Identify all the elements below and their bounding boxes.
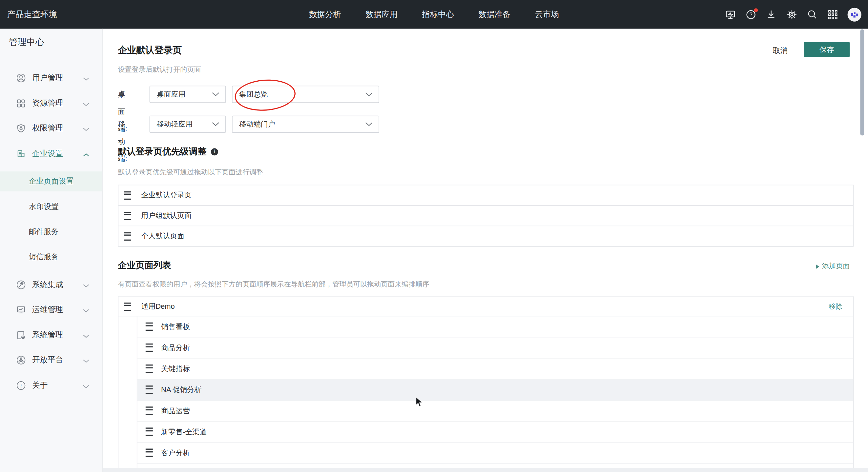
priority-row[interactable]: 个人默认页面 — [118, 226, 853, 246]
page-row-label: 客户分析 — [161, 448, 190, 458]
drag-handle-icon[interactable] — [146, 385, 153, 394]
page-row-label: 商品运营 — [161, 406, 190, 416]
chevron-down-icon — [83, 73, 89, 83]
nav-item-metric-center[interactable]: 指标中心 — [422, 9, 454, 20]
group-indent-gutter — [118, 316, 137, 470]
chevron-down-icon — [212, 93, 219, 96]
drag-handle-icon[interactable] — [146, 365, 153, 373]
ops-monitor-icon — [16, 305, 26, 315]
sidebar-item-system-integration[interactable]: 系统集成 — [0, 275, 102, 295]
page-row[interactable]: 销售看板 — [137, 316, 853, 337]
scrollbar-thumb[interactable] — [860, 29, 864, 135]
page-row[interactable]: 关键指标 — [137, 359, 853, 379]
sidebar-subitem-sms-service[interactable]: 短信服务 — [0, 247, 102, 267]
page-row[interactable]: 商品运营 — [137, 401, 853, 422]
sidebar-item-open-platform[interactable]: 开放平台 — [0, 350, 102, 370]
remove-group-button[interactable]: 移除 — [829, 302, 842, 311]
sidebar-subitem-mail-service[interactable]: 邮件服务 — [0, 222, 102, 242]
download-icon[interactable] — [766, 9, 777, 20]
page-row-label: 商品分析 — [161, 342, 190, 352]
select-value: 集团总览 — [239, 86, 268, 102]
sidebar-item-resource-management[interactable]: 资源管理 — [0, 93, 102, 113]
triangle-icon — [816, 264, 819, 269]
chevron-down-icon — [212, 122, 219, 126]
priority-section-title: 默认登录页优先级调整 — [118, 146, 218, 158]
save-button[interactable]: 保存 — [804, 42, 849, 57]
monitor-icon[interactable] — [725, 9, 736, 20]
mobile-app-select[interactable]: 移动轻应用 — [150, 116, 226, 133]
desktop-app-select[interactable]: 桌面应用 — [150, 86, 226, 103]
page-row[interactable]: 客户分析 — [137, 442, 853, 464]
add-page-button[interactable]: 添加页面 — [816, 262, 849, 271]
page-subtitle: 设置登录后默认打开的页面 — [118, 65, 201, 75]
section-title-text: 默认登录页优先级调整 — [118, 146, 206, 158]
sidebar-subitem-watermark-settings[interactable]: 水印设置 — [0, 197, 102, 217]
info-icon[interactable] — [211, 148, 218, 155]
select-value: 桌面应用 — [157, 86, 186, 102]
chevron-down-icon — [83, 280, 89, 290]
info-icon: i — [16, 380, 26, 391]
bottom-page-background — [103, 468, 868, 472]
drag-handle-icon[interactable] — [124, 302, 131, 310]
search-icon[interactable] — [807, 9, 818, 20]
page-row[interactable]: 新零售-全渠道 — [137, 422, 853, 442]
drag-handle-icon[interactable] — [124, 191, 131, 199]
priority-row[interactable]: 企业默认登录页 — [118, 185, 853, 205]
top-nav: 数据分析 数据应用 指标中心 数据准备 云市场 — [309, 0, 559, 29]
drag-handle-icon[interactable] — [146, 428, 153, 436]
nav-item-data-apps[interactable]: 数据应用 — [366, 9, 398, 20]
page-group-header[interactable]: 通用Demo 移除 — [118, 297, 853, 316]
nav-item-data-prep[interactable]: 数据准备 — [478, 9, 510, 20]
enterprise-building-icon — [16, 149, 26, 159]
section-title-text: 企业页面列表 — [118, 260, 171, 271]
settings-gear-icon[interactable] — [786, 9, 797, 20]
header-actions: ? — [725, 0, 862, 29]
page-group-body: 销售看板 商品分析 关键指标 NA 促销分析 — [118, 316, 853, 470]
mobile-page-select[interactable]: 移动端门户 — [232, 116, 379, 133]
sidebar-item-label: 资源管理 — [32, 98, 63, 108]
svg-text:?: ? — [749, 11, 752, 18]
main-content: 企业默认登录页 取消 保存 设置登录后默认打开的页面 桌面端: 桌面应用 集团总… — [103, 29, 868, 472]
notification-dot — [754, 8, 758, 12]
drag-handle-icon[interactable] — [146, 343, 153, 352]
sidebar-item-ops-management[interactable]: 运维管理 — [0, 300, 102, 320]
help-icon[interactable]: ? — [745, 9, 756, 20]
cancel-button[interactable]: 取消 — [773, 46, 788, 56]
priority-row[interactable]: 用户组默认页面 — [118, 206, 853, 226]
apps-grid-icon[interactable] — [827, 9, 838, 20]
resources-icon — [16, 98, 26, 108]
add-page-label: 添加页面 — [822, 262, 849, 271]
sidebar-item-permission-management[interactable]: 权限管理 — [0, 118, 102, 138]
drag-handle-icon[interactable] — [124, 211, 131, 220]
nav-item-data-analysis[interactable]: 数据分析 — [309, 9, 341, 20]
select-value: 移动轻应用 — [157, 116, 193, 132]
mobile-label: 移动端: — [118, 116, 127, 167]
open-platform-icon — [16, 355, 26, 365]
chevron-down-icon — [366, 93, 373, 96]
user-avatar[interactable] — [848, 7, 862, 21]
page-row-highlighted[interactable]: NA 促销分析 — [137, 379, 853, 401]
sidebar-item-label: 关于 — [32, 380, 48, 391]
drag-handle-icon[interactable] — [146, 406, 153, 415]
app-window: 产品走查环境 数据分析 数据应用 指标中心 数据准备 云市场 ? — [0, 0, 868, 472]
sidebar-item-enterprise-settings[interactable]: 企业设置 — [0, 144, 102, 164]
sidebar-item-user-management[interactable]: 用户管理 — [0, 68, 102, 88]
priority-row-label: 个人默认页面 — [141, 231, 184, 241]
integration-wrench-icon — [16, 280, 26, 290]
desktop-page-select[interactable]: 集团总览 — [232, 86, 379, 103]
drag-handle-icon[interactable] — [146, 449, 153, 457]
sidebar-subitem-enterprise-page-settings[interactable]: 企业页面设置 — [0, 171, 102, 192]
drag-handle-icon[interactable] — [124, 232, 131, 240]
nav-item-cloud-market[interactable]: 云市场 — [535, 9, 559, 20]
sidebar-item-about[interactable]: i 关于 — [0, 376, 102, 396]
chevron-up-icon — [83, 149, 89, 159]
page-row[interactable]: 商品分析 — [137, 337, 853, 358]
priority-row-label: 企业默认登录页 — [141, 191, 192, 200]
select-value: 移动端门户 — [239, 116, 275, 132]
chevron-down-icon — [83, 380, 89, 391]
sidebar-item-system-management[interactable]: 系统管理 — [0, 325, 102, 345]
chevron-down-icon — [366, 122, 373, 126]
priority-table: 企业默认登录页 用户组默认页面 个人默认页面 — [118, 185, 854, 247]
sidebar-title: 管理中心 — [9, 36, 44, 48]
drag-handle-icon[interactable] — [146, 323, 153, 331]
